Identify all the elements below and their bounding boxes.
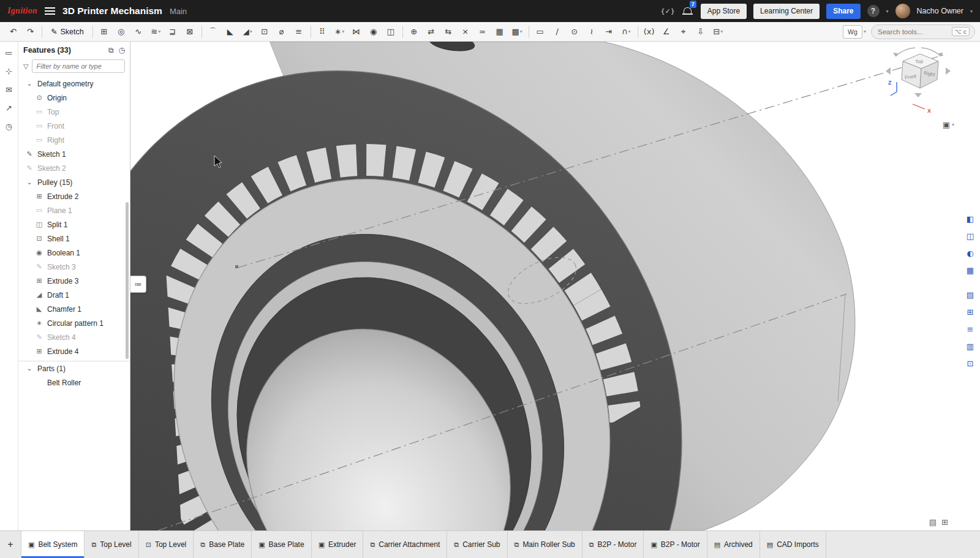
separator[interactable] xyxy=(202,26,202,38)
point-icon[interactable]: ⊙ xyxy=(567,25,583,39)
user-chevron-down-icon[interactable]: ▾ xyxy=(970,9,973,14)
rotate-left-arrow-icon[interactable] xyxy=(895,48,915,56)
variable-icon[interactable]: (x) xyxy=(641,25,658,39)
document-tab[interactable]: ⧉ Top Level xyxy=(85,531,138,558)
project-curve-icon[interactable]: ⇥ xyxy=(601,25,617,39)
circular-pattern-icon[interactable]: ∗ ▾ xyxy=(331,25,348,39)
featurescript-notices-icon[interactable]: {✓} xyxy=(661,7,675,15)
user-name[interactable]: Nacho Owner xyxy=(917,7,963,15)
delete-face-icon[interactable]: × xyxy=(458,25,474,39)
share-panel-icon[interactable]: ↗ xyxy=(2,100,17,115)
isometric-panel-icon[interactable]: ◧ xyxy=(963,211,978,226)
app-store-button[interactable]: App Store xyxy=(701,4,747,19)
tree-item[interactable]: ✎ Sketch 3 xyxy=(18,260,130,274)
feature-filter-input[interactable] xyxy=(32,59,125,73)
tree-item[interactable]: ⌄ Pulley (15) xyxy=(18,175,130,189)
document-tab[interactable]: ⊡ Top Level xyxy=(139,531,194,558)
fillet-icon[interactable]: ⌒ xyxy=(205,25,222,39)
add-tab-button[interactable]: + xyxy=(0,531,21,558)
share-button[interactable]: Share xyxy=(826,4,860,19)
separator[interactable] xyxy=(311,26,311,38)
axis-icon[interactable]: ∕ xyxy=(549,25,566,39)
tree-item[interactable]: ⊞ Extrude 2 xyxy=(18,189,130,203)
part-item[interactable]: Belt Roller xyxy=(18,375,130,390)
hamburger-menu-icon[interactable] xyxy=(45,7,55,15)
replace-face-icon[interactable]: ⇆ xyxy=(440,25,457,39)
tree-item[interactable]: ▭ Top xyxy=(18,105,130,119)
learning-center-button[interactable]: Learning Center xyxy=(753,4,820,19)
document-tab[interactable]: ▤ Archived xyxy=(707,531,760,558)
projection-grid-icon[interactable]: ⊞ xyxy=(941,518,948,527)
intersection-curve-icon[interactable]: ∩ ▾ xyxy=(618,25,635,39)
sketch-vertex[interactable] xyxy=(235,265,238,268)
linear-pattern-icon[interactable]: ⠿ xyxy=(314,25,331,39)
rotate-south-icon[interactable] xyxy=(914,93,922,97)
shell-icon[interactable]: ⊡ xyxy=(257,25,273,39)
revolve-icon[interactable]: ◎ xyxy=(113,25,130,39)
tree-item[interactable]: ▭ Right xyxy=(18,133,130,147)
tree-item[interactable]: ⊞ Extrude 3 xyxy=(18,274,130,288)
separator[interactable] xyxy=(529,26,529,38)
properties-panel-icon[interactable]: ⊡ xyxy=(963,356,978,371)
document-tab[interactable]: ▣ Base Plate xyxy=(252,531,311,558)
insert-panel-icon[interactable]: ⊹ xyxy=(2,64,17,78)
document-tab[interactable]: ⧉ Carrier Attachment xyxy=(363,531,447,558)
history-panel-icon[interactable]: ◷ xyxy=(2,119,17,134)
tree-item[interactable]: ✎ Sketch 1 xyxy=(18,147,130,161)
view-cube[interactable]: Top Front Right Z X xyxy=(884,47,952,121)
document-tab[interactable]: ⧉ B2P - Motor xyxy=(582,531,644,558)
tree-item[interactable]: ⊞ Extrude 4 xyxy=(18,344,130,358)
undo-button[interactable]: ↶ xyxy=(5,25,21,39)
display-mode-button[interactable]: ▣ ▾ xyxy=(943,120,954,129)
tree-item[interactable]: ◢ Draft 1 xyxy=(18,288,130,302)
tree-filter-icon[interactable]: ⧉ xyxy=(108,46,114,55)
separator[interactable] xyxy=(638,26,638,38)
help-chevron-down-icon[interactable]: ▾ xyxy=(886,9,889,14)
tree-item[interactable]: ✎ Sketch 4 xyxy=(18,330,130,344)
boolean-icon[interactable]: ◉ xyxy=(366,25,382,39)
tree-item[interactable]: ⊡ Shell 1 xyxy=(18,232,130,246)
derived-icon[interactable]: ⇩ xyxy=(693,25,709,39)
rotate-right-arrow-icon[interactable] xyxy=(921,48,941,56)
material-library-icon[interactable]: ▥ xyxy=(963,339,978,353)
configuration-panel-icon[interactable]: ≡ xyxy=(963,322,978,336)
feature-panel-handle[interactable]: ≔ xyxy=(130,276,146,293)
offset-surface-icon[interactable]: ≃ xyxy=(475,25,491,39)
document-tab[interactable]: ▤ CAD Imports xyxy=(760,531,826,558)
tree-item[interactable]: ◣ Chamfer 1 xyxy=(18,302,130,316)
tree-item[interactable]: ∗ Circular pattern 1 xyxy=(18,316,130,330)
tree-item[interactable]: ◉ Boolean 1 xyxy=(18,246,130,260)
sweep-icon[interactable]: ∿ xyxy=(130,25,147,39)
notifications-bell-icon[interactable]: 7 xyxy=(682,5,694,17)
thicken-icon[interactable]: ⊒ xyxy=(165,25,181,39)
fill-surface-icon[interactable]: ▩ ▾ xyxy=(509,25,526,39)
separator[interactable] xyxy=(402,26,403,38)
custom-table-icon[interactable]: ⊞ xyxy=(963,304,978,319)
tree-item[interactable]: ⊙ Origin xyxy=(18,91,130,105)
custom-features-chevron-icon[interactable]: ▾ xyxy=(864,29,866,34)
screenshot-icon[interactable]: ▤ xyxy=(929,518,937,527)
tree-item[interactable]: ✎ Sketch 2 xyxy=(18,161,130,175)
feature-panel-scrollbar[interactable] xyxy=(126,202,129,359)
search-tools-input[interactable] xyxy=(876,28,949,36)
document-tab[interactable]: ⧉ Base Plate xyxy=(194,531,252,558)
parts-section-header[interactable]: ⌄ Parts (1) xyxy=(18,361,130,375)
draft-icon[interactable]: ◢ ▾ xyxy=(239,25,256,39)
redo-button[interactable]: ↷ xyxy=(22,25,39,39)
workspace-name[interactable]: Main xyxy=(170,7,187,16)
appearance-panel-icon[interactable]: ◐ xyxy=(963,246,978,260)
tree-item[interactable]: ▭ Plane 1 xyxy=(18,203,130,217)
hole-icon[interactable]: ⌀ xyxy=(274,25,290,39)
sheet-metal-icon[interactable]: ⊟ ▾ xyxy=(710,25,726,39)
comments-panel-icon[interactable]: ✉ xyxy=(2,82,17,97)
extrude-icon[interactable]: ⊞ xyxy=(96,25,113,39)
named-views-icon[interactable]: ▦ xyxy=(963,263,978,277)
mirror-icon[interactable]: ⋈ xyxy=(349,25,365,39)
transform-icon[interactable]: ⊕ xyxy=(406,25,423,39)
helix-icon[interactable]: ≀ xyxy=(584,25,600,39)
custom-features-button[interactable]: Wg xyxy=(843,25,862,39)
document-tab[interactable]: ▣ B2P - Motor xyxy=(644,531,707,558)
user-avatar[interactable] xyxy=(895,4,910,18)
document-tab[interactable]: ▣ Extruder xyxy=(312,531,364,558)
rib-icon[interactable]: ≡ xyxy=(291,25,307,39)
